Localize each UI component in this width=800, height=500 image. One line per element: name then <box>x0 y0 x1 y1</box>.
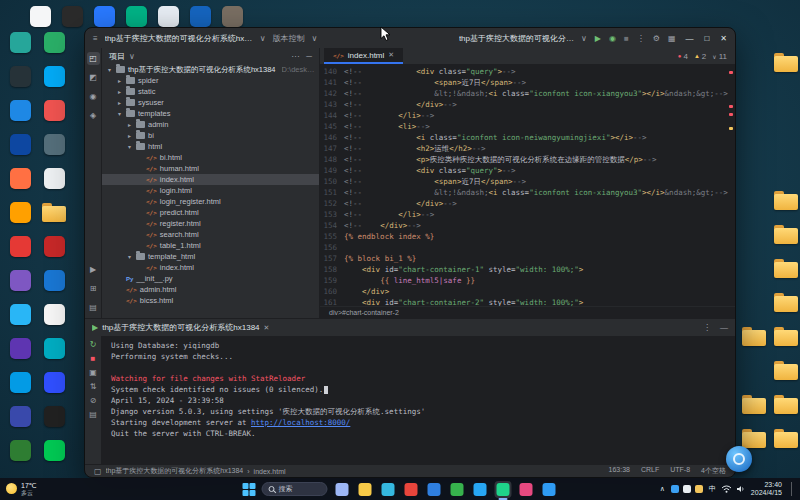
minimize-button[interactable]: — <box>685 34 693 43</box>
desktop-app-icon[interactable] <box>6 134 34 155</box>
status-bar-item[interactable]: UTF-8 <box>670 466 690 476</box>
desktop-folder-icon[interactable] <box>772 292 800 312</box>
desktop-folder-icon[interactable] <box>772 52 800 72</box>
error-stripe-mark[interactable] <box>729 71 733 74</box>
tree-item[interactable]: ▾templates <box>102 108 319 119</box>
tree-item[interactable]: </>human.html <box>102 163 319 174</box>
taskview-icon[interactable] <box>334 481 351 498</box>
desktop-app-icon[interactable] <box>6 338 34 359</box>
desktop-app-icon[interactable] <box>40 270 68 291</box>
desktop-app-icon[interactable] <box>40 32 68 53</box>
tool-window-button[interactable]: ◉ <box>87 90 100 103</box>
tree-item[interactable]: ▾thp基于疾控大数据的可视化分析系统hx1384D:\desktop\thp基… <box>102 64 319 75</box>
stop-button[interactable]: ■ <box>624 34 629 43</box>
tree-item[interactable]: </>predict.html <box>102 207 319 218</box>
run-toolbar-icon[interactable]: ↻ <box>90 340 97 349</box>
desktop-folder-icon[interactable] <box>740 326 768 346</box>
tree-item[interactable]: </>search.html <box>102 229 319 240</box>
wifi-icon[interactable] <box>722 485 731 493</box>
tree-item[interactable]: </>table_1.html <box>102 240 319 251</box>
editor-tab[interactable]: </> index.html ✕ <box>324 48 403 64</box>
editor-icon[interactable] <box>541 481 558 498</box>
tree-item[interactable]: ▸bi <box>102 130 319 141</box>
tree-item[interactable]: </>index.html <box>102 174 319 185</box>
settings-gear-icon[interactable]: ⚙ <box>653 34 660 43</box>
desktop-app-icon[interactable] <box>218 6 246 27</box>
run-toolbar-icon[interactable]: ⇅ <box>90 382 97 391</box>
clock[interactable]: 23:40 2024/4/15 <box>751 481 782 497</box>
tray-app-icon[interactable] <box>683 485 691 493</box>
vcs-widget[interactable]: 版本控制 <box>273 33 305 44</box>
desktop-app-icon[interactable] <box>40 100 68 121</box>
desktop-folder-icon[interactable] <box>772 258 800 278</box>
tree-item[interactable]: </>bi.html <box>102 152 319 163</box>
tool-window-button[interactable]: ◩ <box>87 71 100 84</box>
tree-item[interactable]: ▸static <box>102 86 319 97</box>
music-icon[interactable] <box>518 481 535 498</box>
desktop-app-icon[interactable] <box>6 100 34 121</box>
maximize-button[interactable]: □ <box>704 34 709 43</box>
tree-item[interactable]: </>login.html <box>102 185 319 196</box>
inspection-count[interactable]: ∨11 <box>712 52 727 61</box>
desktop-folder-icon[interactable] <box>772 224 800 244</box>
desktop-app-icon[interactable] <box>40 406 68 427</box>
debug-button[interactable]: ◉ <box>609 34 616 43</box>
floating-assistant-ball[interactable] <box>726 446 752 472</box>
desktop-app-icon[interactable] <box>186 6 214 27</box>
desktop-app-icon[interactable] <box>40 66 68 87</box>
desktop-app-icon[interactable] <box>122 6 150 27</box>
explorer-icon[interactable] <box>357 481 374 498</box>
desktop-app-icon[interactable] <box>40 338 68 359</box>
tool-window-button[interactable]: ▶ <box>87 263 100 276</box>
desktop-app-icon[interactable] <box>6 406 34 427</box>
tool-window-button[interactable]: ◈ <box>87 109 100 122</box>
desktop-app-icon[interactable] <box>6 236 34 257</box>
desktop-folder-icon[interactable] <box>740 428 768 448</box>
desktop-app-icon[interactable] <box>40 168 68 189</box>
tree-item[interactable]: ▾template_html <box>102 251 319 262</box>
qq-icon[interactable] <box>472 481 489 498</box>
edge-icon[interactable] <box>380 481 397 498</box>
warning-stripe-mark[interactable] <box>729 127 733 130</box>
desktop-folder-icon[interactable] <box>772 394 800 414</box>
more-actions-icon[interactable]: ⋮ <box>637 34 645 43</box>
error-stripe-mark[interactable] <box>729 113 733 116</box>
project-name[interactable]: thp基于疾控大数据的可视化分析系统hx1384 <box>105 33 253 44</box>
tree-item[interactable]: ▾html <box>102 141 319 152</box>
run-button[interactable]: ▶ <box>595 34 601 43</box>
status-bar-item[interactable]: 4个空格 <box>701 466 726 476</box>
run-tab[interactable]: ▶ thp基于疾控大数据的可视化分析系统hx1384 ✕ <box>92 322 269 333</box>
desktop-app-icon[interactable] <box>40 134 68 155</box>
run-toolbar-icon[interactable]: ■ <box>91 354 96 363</box>
desktop-folder-icon[interactable] <box>772 360 800 380</box>
tree-item[interactable]: </>register.html <box>102 218 319 229</box>
start-button[interactable] <box>243 483 256 496</box>
desktop-app-icon[interactable] <box>6 440 34 461</box>
desktop-app-icon[interactable] <box>154 6 182 27</box>
tool-window-button[interactable]: ▤ <box>87 301 100 314</box>
desktop-app-icon[interactable] <box>40 372 68 393</box>
run-toolbar-icon[interactable]: ⊘ <box>90 396 97 405</box>
desktop-app-icon[interactable] <box>6 168 34 189</box>
run-config-widget[interactable]: thp基于疾控大数据的可视化分析系统hx1384 ∨ <box>459 33 587 44</box>
desktop-app-icon[interactable] <box>6 304 34 325</box>
editor-breadcrumb[interactable]: div>#chart-container-2 <box>320 306 735 318</box>
taskbar-search[interactable]: 搜索 <box>262 482 328 496</box>
error-stripe-mark[interactable] <box>729 105 733 108</box>
panel-header-icon[interactable]: ─ <box>306 52 312 61</box>
desktop-app-icon[interactable] <box>6 270 34 291</box>
desktop-app-icon[interactable] <box>6 372 34 393</box>
volume-icon[interactable] <box>737 485 745 493</box>
inspection-count[interactable]: ▲2 <box>694 52 706 61</box>
inspections-widget[interactable]: ●4▲2∨11 <box>678 52 731 61</box>
desktop-folder-icon[interactable] <box>772 326 800 346</box>
tree-item[interactable]: ▸sysuser <box>102 97 319 108</box>
desktop-app-icon[interactable] <box>6 202 34 223</box>
tray-app-icon[interactable] <box>695 485 703 493</box>
status-bar-item[interactable]: 163:38 <box>609 466 630 476</box>
tool-window-button[interactable]: ⊞ <box>87 282 100 295</box>
store-icon[interactable] <box>426 481 443 498</box>
inspection-count[interactable]: ●4 <box>678 52 688 61</box>
tree-item[interactable]: </>login_register.html <box>102 196 319 207</box>
main-menu-icon[interactable]: ≡ <box>93 34 98 43</box>
